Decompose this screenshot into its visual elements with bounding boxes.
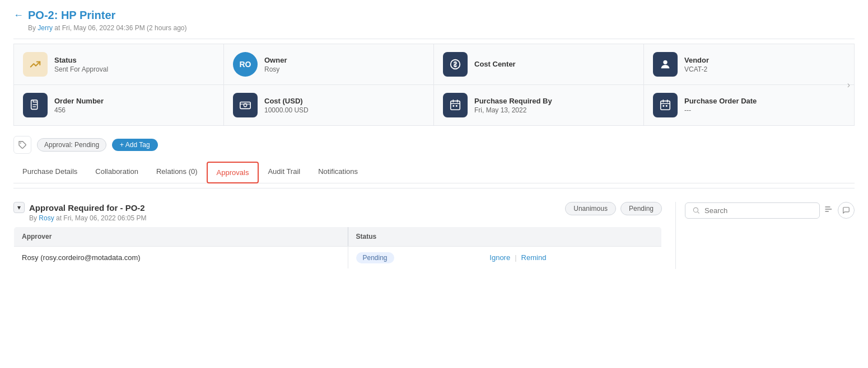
- cost-center-icon-box: [443, 52, 468, 77]
- approval-table: Approver Status Rosy (rosy.cordeiro@mota…: [13, 227, 662, 269]
- purchase-order-date-value: ---: [684, 106, 757, 114]
- approver-name: Rosy (rosy.cordeiro@motadata.com): [14, 247, 348, 269]
- info-card-purchase-order-date: Purchase Order Date ---: [644, 85, 854, 125]
- purchase-required-info-text: Purchase Required By Fri, May 13, 2022: [474, 97, 552, 114]
- tab-audit-trail[interactable]: Audit Trail: [259, 162, 309, 183]
- info-card-owner: RO Owner Rosy: [224, 44, 434, 85]
- search-input[interactable]: [704, 206, 813, 215]
- status-label: Status: [54, 56, 108, 64]
- page-title: PO-2: HP Printer: [28, 9, 115, 22]
- unanimous-badge: Unanimous: [565, 202, 616, 215]
- purchase-required-label: Purchase Required By: [474, 97, 552, 105]
- approver-status-badge: Pending: [356, 252, 394, 263]
- svg-rect-5: [240, 102, 250, 109]
- file-icon: [29, 99, 41, 111]
- search-icon: [692, 206, 700, 214]
- pending-badge: Pending: [620, 202, 662, 215]
- tab-notifications[interactable]: Notifications: [309, 162, 367, 183]
- order-number-icon-box: [23, 93, 48, 117]
- info-card-order-number: Order Number 456: [14, 85, 224, 125]
- approval-badges: Unanimous Pending: [565, 202, 662, 215]
- cost-center-info-text: Cost Center: [474, 60, 516, 69]
- svg-rect-8: [451, 101, 460, 110]
- status-info-text: Status Sent For Approval: [54, 56, 108, 73]
- purchase-order-date-info-text: Purchase Order Date ---: [684, 97, 757, 114]
- purchase-order-date-label: Purchase Order Date: [684, 97, 757, 105]
- right-panel: [675, 202, 855, 269]
- col-actions: [482, 227, 661, 247]
- cost-usd-label: Cost (USD): [264, 97, 309, 105]
- order-number-info-text: Order Number 456: [54, 97, 104, 114]
- vendor-icon-box: [653, 52, 678, 77]
- col-status: Status: [348, 227, 482, 247]
- approval-title-row: ▾ Approval Required for - PO-2: [13, 202, 146, 213]
- chat-icon: [842, 206, 850, 214]
- approval-subtitle: By Rosy at Fri, May 06, 2022 06:05 PM: [29, 214, 146, 222]
- search-box: [685, 202, 820, 219]
- page-subtitle: By Jerry at Fri, May 06, 2022 04:36 PM (…: [28, 24, 855, 32]
- purchase-required-value: Fri, May 13, 2022: [474, 106, 552, 114]
- sort-icon: [824, 205, 833, 214]
- header-divider: [13, 39, 855, 39]
- remind-link[interactable]: Remind: [521, 253, 547, 262]
- person-icon: [659, 58, 671, 70]
- ignore-link[interactable]: Ignore: [489, 253, 510, 262]
- tab-collaboration[interactable]: Collaboration: [86, 162, 147, 183]
- info-card-vendor: Vendor VCAT-2: [644, 44, 854, 85]
- svg-rect-18: [662, 105, 664, 107]
- col-approver: Approver: [14, 227, 348, 247]
- chat-button[interactable]: [838, 202, 855, 219]
- grid-right-chevron-icon[interactable]: ›: [847, 80, 850, 90]
- main-area: ▾ Approval Required for - PO-2 By Rosy a…: [13, 193, 855, 269]
- approval-header: ▾ Approval Required for - PO-2 By Rosy a…: [13, 202, 662, 222]
- vendor-info-text: Vendor VCAT-2: [684, 56, 709, 73]
- cost-usd-value: 10000.00 USD: [264, 106, 309, 114]
- svg-rect-12: [452, 105, 454, 107]
- svg-point-20: [20, 143, 21, 144]
- money-icon: [239, 99, 251, 111]
- tag-icon-box[interactable]: [13, 136, 31, 154]
- cost-usd-icon-box: [233, 93, 258, 117]
- left-panel: ▾ Approval Required for - PO-2 By Rosy a…: [13, 202, 675, 269]
- collapse-button[interactable]: ▾: [13, 202, 25, 213]
- status-icon-box: [23, 52, 48, 77]
- approval-user-link[interactable]: Rosy: [39, 214, 54, 222]
- info-grid: Status Sent For Approval RO Owner Rosy: [13, 44, 855, 126]
- svg-point-1: [663, 60, 667, 64]
- calendar-icon-2: [659, 99, 671, 111]
- info-card-purchase-required: Purchase Required By Fri, May 13, 2022: [434, 85, 644, 125]
- tab-purchase-details[interactable]: Purchase Details: [13, 162, 86, 183]
- tags-row: Approval: Pending + Add Tag: [13, 130, 855, 159]
- trend-icon: [29, 58, 41, 70]
- svg-line-22: [698, 212, 699, 214]
- order-number-label: Order Number: [54, 97, 104, 105]
- back-arrow-icon[interactable]: ←: [13, 10, 24, 21]
- right-panel-toolbar: [685, 202, 855, 219]
- tabs-divider: [13, 188, 855, 188]
- dollar-icon: [449, 58, 461, 70]
- svg-rect-13: [456, 105, 458, 107]
- cost-center-label: Cost Center: [474, 60, 516, 68]
- owner-label: Owner: [264, 56, 287, 64]
- approval-title: Approval Required for - PO-2: [29, 203, 145, 213]
- subtitle-user-link[interactable]: Jerry: [38, 24, 53, 32]
- sort-button[interactable]: [824, 205, 833, 216]
- purchase-order-date-icon-box: [653, 93, 678, 117]
- action-separator: |: [515, 253, 516, 262]
- add-tag-button[interactable]: + Add Tag: [112, 139, 158, 151]
- svg-rect-14: [661, 101, 670, 110]
- info-card-cost-usd: Cost (USD) 10000.00 USD: [224, 85, 434, 125]
- tab-approvals[interactable]: Approvals: [207, 162, 259, 183]
- approval-pending-tag: Approval: Pending: [37, 138, 106, 152]
- owner-avatar: RO: [233, 52, 258, 77]
- calendar-icon-1: [449, 99, 461, 111]
- order-number-value: 456: [54, 106, 104, 114]
- info-card-cost-center: Cost Center: [434, 44, 644, 85]
- table-row: Rosy (rosy.cordeiro@motadata.com) Pendin…: [14, 247, 662, 269]
- cost-usd-info-text: Cost (USD) 10000.00 USD: [264, 97, 309, 114]
- tab-relations[interactable]: Relations (0): [147, 162, 207, 183]
- owner-value: Rosy: [264, 65, 287, 73]
- info-card-status: Status Sent For Approval: [14, 44, 224, 85]
- vendor-label: Vendor: [684, 56, 709, 64]
- svg-rect-19: [666, 105, 668, 107]
